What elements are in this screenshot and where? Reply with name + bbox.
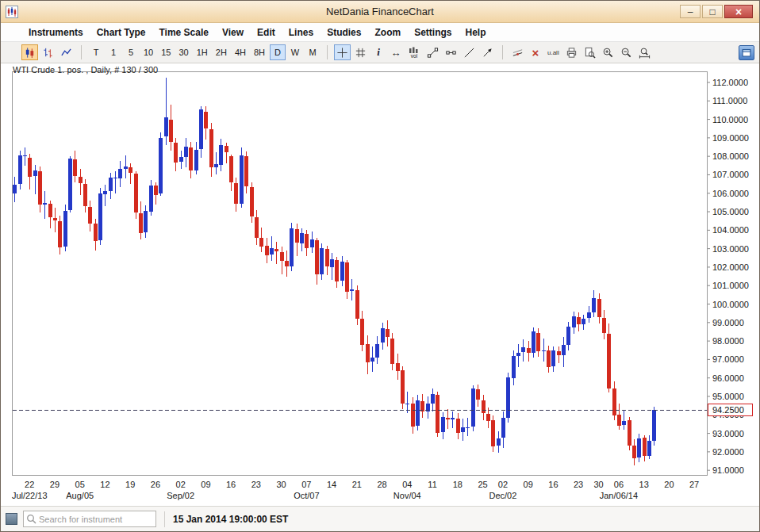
price-chart[interactable]: 112.0000111.0000110.0000109.0000108.0000…: [1, 63, 760, 507]
crosshair-button[interactable]: [334, 44, 351, 60]
search-input[interactable]: [39, 515, 155, 524]
edit-lines-button[interactable]: [509, 44, 526, 60]
maximize-button[interactable]: □: [702, 5, 723, 18]
zoom-interval-button[interactable]: [636, 44, 653, 60]
print-button[interactable]: [563, 44, 580, 60]
candle-body: [94, 224, 98, 241]
candle-body: [149, 186, 153, 212]
menu-chart-type[interactable]: Chart Type: [97, 27, 146, 38]
candle-body: [330, 259, 334, 267]
candle-body: [325, 249, 329, 267]
channel-button[interactable]: [461, 44, 478, 60]
scroll-horizontal-button[interactable]: ↔: [388, 44, 404, 60]
timeframe-15-button[interactable]: 15: [158, 44, 174, 60]
candle-body: [250, 187, 254, 216]
timeframe-2h-button[interactable]: 2H: [213, 44, 230, 60]
candle-body: [335, 260, 339, 282]
candle-body: [446, 418, 450, 419]
x-tick-label: 12: [100, 480, 109, 489]
timeframe-8h-button[interactable]: 8H: [251, 44, 268, 60]
menu-settings[interactable]: Settings: [414, 27, 451, 38]
y-tick-label: 104.0000: [712, 225, 749, 235]
timeframe-10-button[interactable]: 10: [140, 44, 156, 60]
horizontal-line-button[interactable]: [443, 44, 459, 60]
candle-body: [164, 117, 168, 136]
zoom-out-button[interactable]: [618, 44, 635, 60]
bar-chart-button[interactable]: [40, 44, 56, 60]
candle-body: [551, 350, 555, 366]
candlestick-chart-button[interactable]: [21, 44, 38, 60]
y-tick-label: 112.0000: [712, 78, 748, 87]
x-tick-label: 23: [574, 480, 583, 489]
candle-body: [647, 441, 651, 455]
candle-body: [129, 167, 132, 173]
chart-windows-button[interactable]: [739, 45, 754, 60]
y-tick-label: 92.0000: [712, 447, 744, 457]
trend-line-button[interactable]: [424, 44, 441, 60]
timeframe-1h-button[interactable]: 1H: [194, 44, 211, 60]
print-preview-button[interactable]: [582, 44, 598, 60]
candle-body: [375, 344, 379, 358]
candle-body: [516, 353, 520, 356]
candle-body: [79, 177, 83, 183]
menu-zoom[interactable]: Zoom: [374, 27, 401, 38]
timeframe-group: T151015301H2H4H8HDWM: [88, 44, 321, 60]
candle-body: [527, 348, 531, 353]
volume-button[interactable]: vol: [405, 44, 423, 60]
zoom-in-button[interactable]: [600, 44, 616, 60]
x-tick-label: 30: [276, 480, 286, 489]
instrument-grid-icon[interactable]: [6, 513, 17, 525]
timeframe-1-button[interactable]: 1: [106, 44, 121, 60]
candle-body: [244, 156, 248, 186]
timeframe-d-button[interactable]: D: [270, 44, 286, 60]
candle-body: [98, 193, 102, 240]
timeframe-30-button[interactable]: 30: [176, 44, 192, 60]
grid-button[interactable]: [352, 44, 369, 60]
timeframe-4h-button[interactable]: 4H: [232, 44, 249, 60]
time-axis[interactable]: 2229051219260209162330071421280411182502…: [12, 480, 699, 500]
remove-all-button[interactable]: u.all: [545, 44, 562, 60]
minimize-button[interactable]: –: [680, 5, 701, 18]
candle-body: [486, 414, 490, 421]
x-tick-label: 30: [593, 480, 603, 489]
delete-line-button[interactable]: ×: [528, 44, 543, 60]
x-tick-label: 25: [478, 480, 487, 489]
menu-edit[interactable]: Edit: [257, 27, 275, 38]
candle-body: [124, 166, 128, 170]
timeframe-m-button[interactable]: M: [305, 44, 321, 60]
candle-body: [597, 299, 601, 318]
menu-lines[interactable]: Lines: [289, 27, 313, 38]
search-box[interactable]: [23, 511, 156, 527]
candle-body: [280, 252, 284, 261]
y-tick-label: 97.0000: [712, 354, 744, 364]
menu-help[interactable]: Help: [465, 27, 486, 38]
menu-studies[interactable]: Studies: [327, 27, 361, 38]
info-button[interactable]: i: [370, 44, 386, 60]
title-bar[interactable]: NetDania FinanceChart – □ ×: [1, 1, 759, 23]
y-tick-label: 105.0000: [712, 207, 749, 216]
timeframe-5-button[interactable]: 5: [123, 44, 139, 60]
line-chart-button[interactable]: [58, 44, 75, 60]
candle-body: [144, 211, 148, 232]
candle-body: [547, 350, 551, 367]
candle-body: [48, 204, 52, 217]
menu-view[interactable]: View: [222, 27, 244, 38]
candle-body: [240, 155, 244, 204]
candle-body: [270, 248, 274, 255]
menu-instruments[interactable]: Instruments: [29, 27, 83, 38]
arrow-line-button[interactable]: [479, 44, 496, 60]
x-tick-label: 20: [664, 480, 674, 489]
timeframe-t-button[interactable]: T: [88, 44, 104, 60]
y-tick-label: 107.0000: [712, 170, 749, 179]
edit-tools-group: ×u.all: [509, 44, 562, 60]
x-tick-label: 23: [251, 480, 261, 489]
candle-body: [532, 331, 535, 353]
candle-body: [381, 328, 385, 343]
timeframe-w-button[interactable]: W: [287, 44, 303, 60]
x-tick-label: 05: [75, 480, 85, 489]
candle-body: [73, 159, 77, 176]
candle-body: [234, 183, 238, 204]
menu-time-scale[interactable]: Time Scale: [159, 27, 208, 38]
close-button[interactable]: ×: [724, 5, 753, 18]
y-tick-label: 101.0000: [712, 281, 749, 290]
